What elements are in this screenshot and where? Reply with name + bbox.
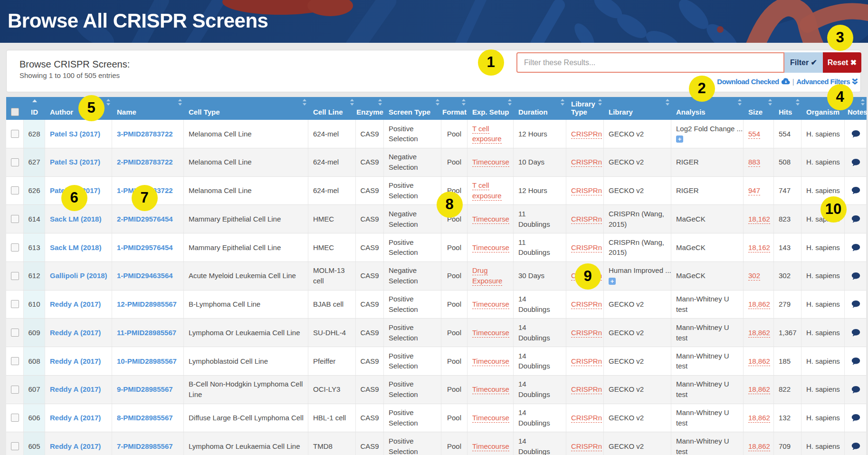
name-link[interactable]: 1-PMID29576454	[117, 242, 173, 253]
name-link[interactable]: 2-PMID28783722	[117, 157, 173, 167]
name-link[interactable]: 12-PMID28985567	[117, 299, 177, 310]
row-checkbox[interactable]	[11, 414, 19, 422]
column-header-screen_type[interactable]: Screen Type	[384, 97, 441, 120]
author-link[interactable]: Reddy A (2017)	[50, 299, 101, 310]
advanced-filters-link[interactable]: Advanced Filters	[796, 77, 858, 86]
library_type-link[interactable]: CRISPRn	[571, 300, 602, 309]
size-link[interactable]: 18,862	[748, 414, 770, 423]
exp_setup-link[interactable]: Timecourse	[472, 385, 509, 394]
note-bubble-icon[interactable]	[851, 215, 860, 223]
note-bubble-icon[interactable]	[851, 186, 860, 194]
exp_setup-link[interactable]: T cell exposure	[472, 181, 502, 201]
row-checkbox[interactable]	[11, 442, 19, 450]
column-header-format[interactable]: Format	[441, 97, 467, 120]
author-link[interactable]: Sack LM (2018)	[50, 242, 101, 253]
note-bubble-icon[interactable]	[851, 442, 860, 450]
note-bubble-icon[interactable]	[851, 243, 860, 252]
author-link[interactable]: Reddy A (2017)	[50, 384, 101, 395]
note-bubble-icon[interactable]	[851, 357, 860, 365]
library_type-link[interactable]: CRISPRn	[571, 158, 602, 167]
name-link[interactable]: 3-PMID28783722	[117, 129, 173, 139]
row-checkbox[interactable]	[11, 386, 19, 394]
name-link[interactable]: 1-PMID29463564	[117, 271, 173, 281]
column-header-duration[interactable]: Duration	[514, 97, 566, 120]
column-header-hits[interactable]: Hits	[774, 97, 801, 120]
author-link[interactable]: Reddy A (2017)	[50, 356, 101, 367]
library_type-link[interactable]: CRISPRn	[571, 385, 602, 394]
row-checkbox[interactable]	[11, 329, 19, 337]
author-link[interactable]: Gallipoli P (2018)	[50, 271, 107, 281]
author-link[interactable]: Patel SJ (2017)	[50, 157, 100, 167]
library_type-link[interactable]: CRISPRn	[571, 414, 602, 423]
exp_setup-link[interactable]: Timecourse	[472, 300, 509, 309]
filter-input[interactable]	[516, 52, 784, 73]
author-link[interactable]: Reddy A (2017)	[50, 328, 101, 338]
library_type-link[interactable]: CRISPRn	[571, 243, 602, 252]
note-bubble-icon[interactable]	[851, 300, 860, 308]
note-bubble-icon[interactable]	[851, 158, 860, 166]
filter-button[interactable]: Filter ✔	[784, 52, 823, 73]
library_type-link[interactable]: CRISPRn	[571, 442, 602, 451]
exp_setup-link[interactable]: Timecourse	[472, 442, 509, 451]
size-link[interactable]: 554	[748, 130, 760, 139]
exp_setup-link[interactable]: T cell exposure	[472, 125, 502, 144]
exp_setup-link[interactable]: Timecourse	[472, 414, 509, 423]
row-checkbox[interactable]	[11, 300, 19, 308]
note-bubble-icon[interactable]	[851, 414, 860, 422]
select-all-checkbox[interactable]	[11, 108, 19, 116]
size-link[interactable]: 18,862	[748, 300, 770, 309]
author-link[interactable]: Patel SJ (2017)	[50, 129, 100, 139]
row-checkbox[interactable]	[11, 130, 19, 138]
exp_setup-link[interactable]: Timecourse	[472, 243, 509, 252]
size-link[interactable]: 302	[748, 271, 760, 281]
reset-button[interactable]: Reset ✖	[823, 52, 861, 73]
column-header-cell_type[interactable]: Cell Type	[184, 97, 308, 120]
exp_setup-link[interactable]: Drug Exposure	[472, 266, 502, 286]
size-link[interactable]: 18,862	[748, 385, 770, 394]
column-header-library[interactable]: Library	[604, 97, 671, 120]
expand-plus-icon[interactable]: +	[676, 136, 683, 143]
row-checkbox[interactable]	[11, 215, 19, 223]
author-link[interactable]: Reddy A (2017)	[50, 441, 101, 452]
column-header-size[interactable]: Size	[744, 97, 774, 120]
column-header-exp_setup[interactable]: Exp. Setup	[467, 97, 514, 120]
row-checkbox[interactable]	[11, 243, 19, 252]
column-header-enzyme[interactable]: Enzyme	[356, 97, 384, 120]
row-checkbox[interactable]	[11, 357, 19, 365]
name-link[interactable]: 10-PMID28985567	[117, 356, 177, 367]
row-checkbox[interactable]	[11, 272, 19, 280]
row-checkbox[interactable]	[11, 186, 19, 194]
column-header-check[interactable]	[6, 97, 24, 120]
column-header-id[interactable]: ID	[24, 97, 45, 120]
library_type-link[interactable]: CRISPRn	[571, 357, 602, 366]
library_type-link[interactable]: CRISPRn	[571, 215, 602, 224]
row-checkbox[interactable]	[11, 158, 19, 166]
exp_setup-link[interactable]: Timecourse	[472, 215, 509, 224]
exp_setup-link[interactable]: Timecourse	[472, 158, 509, 167]
note-bubble-icon[interactable]	[851, 329, 860, 337]
name-link[interactable]: 2-PMID29576454	[117, 214, 173, 224]
download-checked-link[interactable]: Download Checked	[717, 77, 790, 86]
size-link[interactable]: 18,862	[748, 442, 770, 451]
exp_setup-link[interactable]: Timecourse	[472, 329, 509, 338]
column-header-library_type[interactable]: Library Type	[566, 97, 604, 120]
note-bubble-icon[interactable]	[851, 386, 860, 394]
note-bubble-icon[interactable]	[851, 130, 860, 138]
expand-plus-icon[interactable]: +	[609, 278, 616, 285]
name-link[interactable]: 9-PMID28985567	[117, 384, 173, 395]
name-link[interactable]: 11-PMID28985567	[117, 328, 176, 338]
size-link[interactable]: 947	[748, 186, 760, 195]
name-link[interactable]: 7-PMID28985567	[117, 441, 173, 452]
library_type-link[interactable]: CRISPRn	[571, 130, 602, 139]
exp_setup-link[interactable]: Timecourse	[472, 357, 509, 366]
size-link[interactable]: 18,862	[748, 357, 770, 366]
size-link[interactable]: 883	[748, 158, 760, 167]
library_type-link[interactable]: CRISPRn	[571, 186, 602, 195]
size-link[interactable]: 18,862	[748, 329, 770, 338]
size-link[interactable]: 18,162	[748, 215, 770, 224]
author-link[interactable]: Sack LM (2018)	[50, 214, 101, 224]
note-bubble-icon[interactable]	[851, 272, 860, 280]
library_type-link[interactable]: CRISPRn	[571, 329, 602, 338]
name-link[interactable]: 8-PMID28985567	[117, 413, 173, 423]
column-header-cell_line[interactable]: Cell Line	[308, 97, 356, 120]
